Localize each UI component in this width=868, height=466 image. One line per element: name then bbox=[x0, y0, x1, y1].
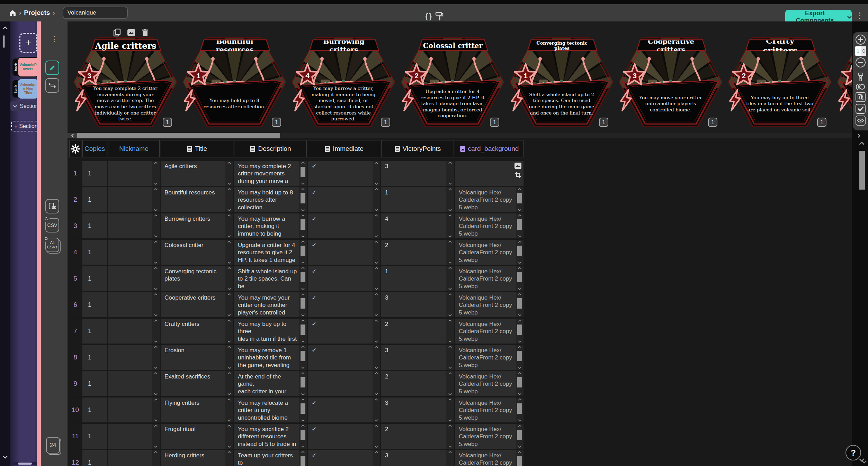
zoom-in-button[interactable] bbox=[856, 35, 866, 45]
cell-scrollbar[interactable] bbox=[152, 292, 160, 317]
cell-victorypoints[interactable]: 3 bbox=[381, 345, 454, 370]
cell-copies[interactable]: 1 bbox=[82, 398, 107, 422]
chevron-down-icon[interactable] bbox=[154, 340, 158, 343]
chevron-up-icon[interactable] bbox=[518, 267, 522, 269]
cell-immediate[interactable]: ✓ bbox=[308, 398, 380, 422]
cell-scrollbar[interactable] bbox=[373, 398, 380, 422]
chevron-up-icon[interactable] bbox=[227, 188, 231, 191]
chevron-down-icon[interactable] bbox=[518, 261, 522, 264]
cell-copies[interactable]: 1 bbox=[82, 240, 107, 265]
cell-immediate[interactable]: ✓ bbox=[308, 240, 380, 265]
chevron-down-icon[interactable] bbox=[227, 419, 231, 422]
cell-copies[interactable]: 1 bbox=[82, 424, 107, 449]
cell-card-background[interactable] bbox=[455, 161, 524, 186]
cell-description[interactable]: You may burrow a critter, making it immu… bbox=[234, 213, 307, 238]
cell-immediate[interactable]: ✓ bbox=[308, 292, 380, 317]
chevron-up-icon[interactable] bbox=[227, 372, 231, 375]
chevron-up-icon[interactable] bbox=[518, 188, 522, 191]
chevron-down-icon[interactable] bbox=[448, 261, 452, 264]
column-header-immediate[interactable]: Immediate bbox=[308, 140, 380, 157]
cell-scrollbar[interactable] bbox=[225, 450, 233, 466]
chevron-up-icon[interactable] bbox=[227, 162, 231, 164]
scrollbar-thumb[interactable] bbox=[301, 377, 305, 387]
cell-scrollbar[interactable] bbox=[299, 371, 307, 396]
chevron-down-icon[interactable] bbox=[374, 419, 378, 422]
chevron-up-icon[interactable] bbox=[227, 346, 231, 348]
cell-nickname[interactable] bbox=[108, 213, 160, 238]
cell-copies[interactable]: 1 bbox=[82, 161, 107, 186]
zoom-stepper-buttons[interactable] bbox=[861, 46, 866, 56]
cell-scrollbar[interactable] bbox=[373, 161, 380, 186]
chevron-down-icon[interactable] bbox=[227, 209, 231, 211]
chevron-up-icon[interactable] bbox=[301, 451, 305, 454]
chevron-down-icon[interactable] bbox=[448, 393, 452, 395]
cell-scrollbar[interactable] bbox=[516, 345, 524, 370]
chevron-up-icon[interactable] bbox=[154, 188, 158, 191]
cell-title[interactable]: Colossal critter bbox=[161, 240, 233, 265]
cell-nickname[interactable] bbox=[108, 187, 160, 212]
card-preview[interactable]: 2 Crafty crittersYou may buy up to three… bbox=[728, 37, 832, 128]
cell-scrollbar[interactable] bbox=[446, 450, 454, 466]
cell-scrollbar[interactable] bbox=[152, 161, 160, 186]
chevron-up-icon[interactable] bbox=[154, 240, 158, 243]
card-copies-badge[interactable]: 1 bbox=[708, 118, 717, 127]
cell-title[interactable]: Exalted sacrifices bbox=[161, 371, 233, 396]
cell-scrollbar[interactable] bbox=[373, 319, 380, 344]
all-csvs-export-button[interactable]: All CSVs bbox=[45, 238, 59, 252]
cell-nickname[interactable] bbox=[108, 345, 160, 370]
chevron-down-icon[interactable] bbox=[448, 419, 452, 422]
chevron-up-icon[interactable] bbox=[518, 424, 522, 427]
image-icon[interactable] bbox=[127, 29, 135, 36]
chevron-down-icon[interactable] bbox=[227, 261, 231, 264]
scrollbar-thumb[interactable] bbox=[301, 325, 305, 335]
cell-scrollbar[interactable] bbox=[516, 319, 524, 344]
scrollbar-thumb[interactable] bbox=[517, 351, 522, 361]
chevron-down-icon[interactable] bbox=[154, 445, 158, 448]
cell-immediate[interactable]: ✓ bbox=[308, 213, 380, 238]
chevron-down-icon[interactable] bbox=[301, 235, 305, 238]
cell-description[interactable]: You may relocate a critter to any uncont… bbox=[234, 398, 307, 422]
scrollbar-thumb[interactable] bbox=[517, 219, 522, 230]
cell-card-background[interactable]: Volcanique Hex/ CalderaFront 2 copy 5.we… bbox=[455, 187, 524, 212]
chevron-down-icon[interactable] bbox=[448, 314, 452, 317]
chevron-down-icon[interactable] bbox=[448, 445, 452, 448]
column-header-nickname[interactable]: Nickname bbox=[108, 140, 160, 157]
chevron-up-icon[interactable] bbox=[374, 240, 378, 243]
scrollbar-thumb[interactable] bbox=[301, 219, 305, 230]
chevron-down-icon[interactable] bbox=[227, 340, 231, 343]
chevron-down-icon[interactable] bbox=[448, 366, 452, 369]
chevron-up-icon[interactable] bbox=[227, 293, 231, 296]
scrollbar-thumb[interactable] bbox=[517, 403, 522, 414]
cell-scrollbar[interactable] bbox=[373, 292, 380, 317]
cell-victorypoints[interactable]: 3 bbox=[381, 292, 454, 317]
cell-title[interactable]: Frugal ritual bbox=[161, 424, 233, 449]
chevron-up-icon[interactable] bbox=[227, 267, 231, 269]
scroll-down-icon[interactable] bbox=[2, 455, 8, 459]
scroll-down-icon[interactable] bbox=[861, 460, 867, 464]
chevron-up-icon[interactable] bbox=[448, 398, 452, 401]
column-header-description[interactable]: Description bbox=[234, 140, 307, 157]
cell-scrollbar[interactable] bbox=[516, 424, 524, 449]
chevron-up-icon[interactable] bbox=[154, 214, 158, 217]
table-settings-cell[interactable] bbox=[69, 140, 81, 157]
cell-nickname[interactable] bbox=[108, 266, 160, 291]
cell-immediate[interactable]: ✓ bbox=[308, 319, 380, 344]
image-icon[interactable] bbox=[514, 162, 522, 169]
cell-scrollbar[interactable] bbox=[152, 450, 160, 466]
sidebar-hscroll-thumb[interactable] bbox=[18, 463, 32, 465]
cell-description[interactable]: You may remove 1 uninhabited tile from t… bbox=[234, 345, 307, 370]
cell-immediate[interactable]: ✓ bbox=[308, 424, 380, 449]
cell-copies[interactable]: 1 bbox=[82, 187, 107, 212]
cell-scrollbar[interactable] bbox=[299, 398, 307, 422]
chevron-up-icon[interactable] bbox=[154, 319, 158, 322]
scrollbar-thumb[interactable] bbox=[517, 377, 522, 387]
hscroll-thumb[interactable] bbox=[77, 133, 280, 138]
component-thumb-volcanicpowers[interactable]: back VolcanicPowers bbox=[12, 57, 38, 77]
chevron-down-icon[interactable] bbox=[301, 445, 305, 448]
cell-copies[interactable]: 1 bbox=[82, 345, 107, 370]
cell-scrollbar[interactable] bbox=[225, 187, 233, 212]
chevron-down-icon[interactable] bbox=[518, 235, 522, 238]
cell-scrollbar[interactable] bbox=[446, 161, 454, 186]
cell-victorypoints[interactable]: 2 bbox=[381, 371, 454, 396]
home-icon[interactable] bbox=[9, 9, 16, 16]
